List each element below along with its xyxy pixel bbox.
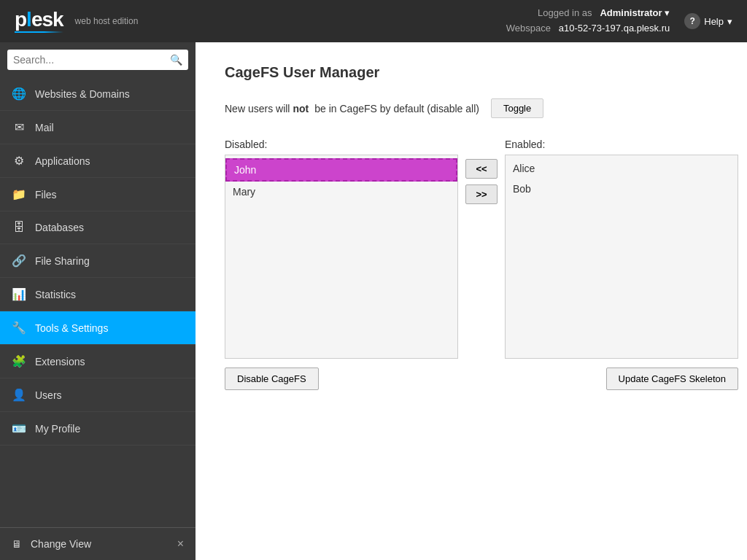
search-box: 🔍 [0, 42, 196, 77]
statistics-icon: 📊 [12, 287, 26, 301]
disabled-list-box[interactable]: John Mary [225, 155, 458, 359]
enabled-label: Enabled: [505, 139, 738, 150]
list-item[interactable]: Alice [506, 158, 738, 179]
sidebar-item-tools-settings[interactable]: 🔧 Tools & Settings [0, 311, 196, 345]
sidebar-item-files[interactable]: 📁 Files [0, 178, 196, 211]
disabled-label: Disabled: [225, 139, 458, 150]
page-title: CageFS User Manager [225, 64, 718, 81]
sidebar-item-label: Extensions [35, 356, 85, 368]
disable-cagefs-button[interactable]: Disable CageFS [225, 368, 319, 390]
help-button[interactable]: ? Help ▾ [684, 13, 732, 29]
header: plesk web host edition Logged in as Admi… [0, 0, 747, 42]
sidebar-item-mail[interactable]: ✉ Mail [0, 111, 196, 144]
change-view-item[interactable]: 🖥 Change View × [0, 528, 196, 560]
admin-name: Administrator [600, 7, 662, 18]
sidebar-item-users[interactable]: 👤 Users [0, 378, 196, 412]
sidebar-item-label: Databases [35, 222, 84, 233]
applications-icon: ⚙ [12, 154, 26, 168]
databases-icon: 🗄 [12, 221, 26, 234]
disabled-section: Disabled: John Mary [225, 139, 458, 359]
sidebar-item-my-profile[interactable]: 🪪 My Profile [0, 412, 196, 446]
arrow-buttons: << >> [458, 159, 505, 204]
sidebar: 🔍 🌐 Websites & Domains ✉ Mail ⚙ Applicat… [0, 42, 196, 560]
close-icon[interactable]: × [177, 537, 184, 551]
file-sharing-icon: 🔗 [12, 254, 26, 268]
globe-icon: 🌐 [12, 87, 26, 101]
move-right-button[interactable]: >> [465, 184, 498, 204]
files-icon: 📁 [12, 187, 26, 201]
status-text-part1: New users will [225, 103, 290, 114]
help-icon: ? [684, 13, 700, 29]
sidebar-item-file-sharing[interactable]: 🔗 File Sharing [0, 244, 196, 278]
sidebar-item-applications[interactable]: ⚙ Applications [0, 144, 196, 178]
sidebar-item-label: Tools & Settings [35, 322, 108, 334]
sidebar-item-extensions[interactable]: 🧩 Extensions [0, 345, 196, 378]
actions-row: Disable CageFS Update CageFS Skeleton [225, 368, 738, 390]
sidebar-item-label: Files [35, 189, 57, 201]
sidebar-item-statistics[interactable]: 📊 Statistics [0, 278, 196, 311]
sidebar-item-label: Applications [35, 155, 90, 167]
logo-area: plesk web host edition [15, 9, 138, 33]
list-item[interactable]: Bob [506, 179, 738, 199]
enabled-list-box[interactable]: Alice Bob [505, 155, 738, 359]
help-dropdown-icon: ▾ [727, 16, 732, 27]
list-item[interactable]: Mary [225, 182, 457, 202]
move-left-button[interactable]: << [465, 159, 498, 179]
header-right: Logged in as Administrator ▾ Webspace a1… [506, 6, 732, 36]
enabled-list-inner: Alice Bob [506, 155, 738, 202]
lists-row: Disabled: John Mary << >> Enabled: [225, 139, 718, 359]
change-view-left: 🖥 Change View [12, 538, 91, 550]
disabled-list-inner: John Mary [225, 155, 457, 205]
toggle-button[interactable]: Toggle [491, 98, 543, 118]
plesk-logo: plesk [15, 9, 63, 30]
sidebar-item-label: Websites & Domains [35, 88, 130, 100]
status-bar: New users will not be in CageFS by defau… [225, 98, 718, 118]
layout: 🔍 🌐 Websites & Domains ✉ Mail ⚙ Applicat… [0, 42, 747, 560]
sidebar-item-label: Statistics [35, 289, 76, 300]
nav-items: 🌐 Websites & Domains ✉ Mail ⚙ Applicatio… [0, 77, 196, 446]
list-item[interactable]: John [225, 158, 457, 182]
status-text-part2: be in CageFS by default (disable all) [314, 103, 479, 114]
admin-dropdown-icon[interactable]: ▾ [665, 7, 670, 18]
sidebar-footer: 🖥 Change View × [0, 527, 196, 560]
sidebar-item-databases[interactable]: 🗄 Databases [0, 211, 196, 244]
sidebar-item-label: File Sharing [35, 255, 90, 267]
sidebar-item-websites-domains[interactable]: 🌐 Websites & Domains [0, 77, 196, 111]
change-view-icon: 🖥 [12, 538, 22, 550]
status-text-bold: not [293, 103, 309, 114]
enabled-section: Enabled: Alice Bob [505, 139, 738, 359]
update-skeleton-button[interactable]: Update CageFS Skeleton [606, 368, 738, 390]
edition-label: web host edition [75, 16, 139, 26]
tools-icon: 🔧 [12, 321, 26, 335]
logged-in-info: Logged in as Administrator ▾ Webspace a1… [506, 6, 670, 36]
search-box-inner: 🔍 [7, 50, 188, 70]
change-view-label: Change View [31, 538, 91, 550]
mail-icon: ✉ [12, 120, 26, 134]
help-label: Help [704, 16, 724, 27]
extensions-icon: 🧩 [12, 354, 26, 368]
sidebar-item-label: My Profile [35, 423, 80, 435]
logged-in-label: Logged in as [538, 7, 592, 18]
sidebar-item-label: Users [35, 389, 62, 401]
main-content: CageFS User Manager New users will not b… [196, 42, 747, 560]
my-profile-icon: 🪪 [12, 421, 26, 435]
search-icon: 🔍 [170, 54, 182, 66]
search-input[interactable] [13, 54, 170, 66]
lists-wrapper: Disabled: John Mary << >> Enabled: [225, 139, 718, 390]
webspace-value: a10-52-73-197.qa.plesk.ru [559, 23, 670, 34]
webspace-label: Webspace [506, 23, 551, 34]
sidebar-item-label: Mail [35, 122, 54, 133]
users-icon: 👤 [12, 388, 26, 402]
